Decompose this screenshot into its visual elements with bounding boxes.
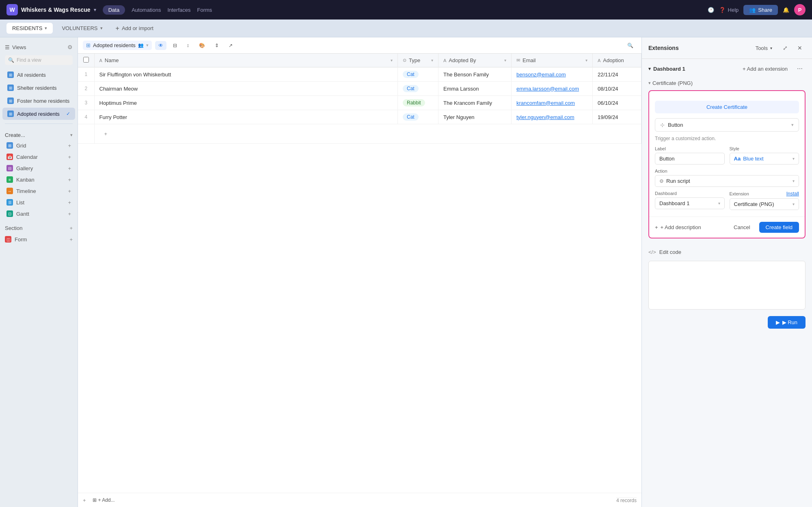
- row-height-btn[interactable]: ⇕: [212, 41, 222, 50]
- add-extension-btn[interactable]: + Add an extension: [739, 64, 791, 74]
- cell-adopted-1[interactable]: The Benson Family: [438, 67, 512, 82]
- sidebar-item-shelter-residents[interactable]: ⊞ Shelter residents: [2, 82, 75, 94]
- install-link[interactable]: Install: [786, 191, 799, 197]
- cell-type-3[interactable]: Rabbit: [398, 96, 438, 110]
- create-list[interactable]: ☰ List +: [5, 197, 73, 208]
- col-name-chevron[interactable]: ▾: [391, 58, 393, 63]
- button-trigger-row[interactable]: ⊹ Button ▾: [655, 118, 799, 132]
- close-panel-btn[interactable]: ✕: [794, 42, 806, 54]
- cell-email-1[interactable]: bensonz@email.com: [512, 67, 593, 82]
- select-all-checkbox[interactable]: [83, 57, 89, 63]
- sidebar-item-all-residents[interactable]: ⊞ All residents: [2, 69, 75, 81]
- user-avatar[interactable]: P: [794, 4, 806, 15]
- cell-adoption-1[interactable]: 22/11/24: [593, 67, 641, 82]
- create-certificate-btn[interactable]: Create Certificate: [655, 101, 799, 113]
- add-or-import-btn[interactable]: + Add or import: [112, 22, 158, 35]
- cell-email-3[interactable]: krancomfam@email.com: [512, 96, 593, 110]
- color-btn[interactable]: 🎨: [196, 41, 208, 50]
- cell-name-1[interactable]: Sir Fluffington von Whiskerbutt: [94, 67, 398, 82]
- plus-timeline-icon[interactable]: +: [68, 188, 71, 194]
- cell-type-4[interactable]: Cat: [398, 110, 438, 124]
- help-btn[interactable]: ❓ Help: [719, 7, 739, 13]
- dashboard-title[interactable]: ▾ Dashboard 1: [648, 66, 685, 72]
- dashboard-more-btn[interactable]: ⋯: [794, 63, 806, 74]
- cell-adopted-2[interactable]: Emma Larsson: [438, 82, 512, 96]
- plus-kanban-icon[interactable]: +: [68, 177, 71, 183]
- filter-btn[interactable]: ⊟: [170, 41, 180, 50]
- cell-adoption-4[interactable]: 19/09/24: [593, 110, 641, 124]
- settings-icon[interactable]: ⚙: [67, 44, 73, 50]
- share-view-btn[interactable]: ↗: [225, 41, 236, 50]
- col-adopted-chevron[interactable]: ▾: [504, 58, 506, 63]
- add-row[interactable]: +: [78, 124, 641, 144]
- add-more-btn[interactable]: ⊞ + Add...: [89, 496, 118, 505]
- sidebar-item-adopted-residents[interactable]: ⊞ Adopted residents ✓: [2, 108, 75, 120]
- col-email-chevron[interactable]: ▾: [585, 58, 587, 63]
- cell-email-2[interactable]: emma.larsson@email.com: [512, 82, 593, 96]
- label-field-input[interactable]: [655, 153, 725, 165]
- cell-type-1[interactable]: Cat: [398, 67, 438, 82]
- extension-select[interactable]: Certificate (PNG) ▾: [730, 198, 799, 210]
- search-btn[interactable]: 🔍: [624, 41, 637, 50]
- create-gantt[interactable]: ⊡ Gantt +: [5, 208, 73, 219]
- create-form[interactable]: ◫ Form +: [0, 234, 78, 245]
- cell-email-4[interactable]: tyler.nguyen@email.com: [512, 110, 593, 124]
- create-section-item[interactable]: Section +: [0, 223, 78, 234]
- nav-interfaces[interactable]: Interfaces: [167, 7, 190, 13]
- nav-automations[interactable]: Automations: [132, 7, 161, 13]
- sort-btn[interactable]: ↕: [184, 41, 192, 50]
- tools-btn[interactable]: Tools ▾: [752, 43, 776, 53]
- cell-name-4[interactable]: Furry Potter: [94, 110, 398, 124]
- plus-calendar-icon[interactable]: +: [68, 154, 71, 160]
- share-btn[interactable]: 👥 Share: [743, 5, 778, 15]
- add-description-btn[interactable]: + + Add description: [655, 224, 701, 230]
- hide-fields-btn[interactable]: 👁: [155, 41, 166, 50]
- volunteers-dropdown-icon[interactable]: ▾: [100, 26, 103, 31]
- action-select[interactable]: ⚙ Run script ▾: [655, 175, 799, 187]
- add-row-btn[interactable]: +: [99, 128, 637, 140]
- create-field-btn[interactable]: Create field: [759, 222, 799, 233]
- residents-dropdown-icon[interactable]: ▾: [45, 26, 47, 31]
- dashboard-select[interactable]: Dashboard 1 ▾: [655, 197, 725, 209]
- run-btn[interactable]: ▶ ▶ Run: [768, 316, 806, 329]
- code-area[interactable]: [648, 261, 806, 310]
- add-row-footer-btn[interactable]: +: [83, 496, 86, 505]
- style-select[interactable]: Aa Blue text ▾: [730, 153, 799, 165]
- plus-gallery-icon[interactable]: +: [68, 165, 71, 171]
- create-grid[interactable]: ⊞ Grid +: [5, 140, 73, 151]
- history-btn[interactable]: 🕐: [708, 7, 714, 13]
- plus-section-icon[interactable]: +: [69, 225, 73, 231]
- view-chevron-icon[interactable]: ▾: [146, 43, 149, 48]
- col-type-chevron[interactable]: ▾: [431, 58, 433, 63]
- create-gallery[interactable]: ⊟ Gallery +: [5, 162, 73, 174]
- cell-adopted-3[interactable]: The Krancom Family: [438, 96, 512, 110]
- nav-forms[interactable]: Forms: [197, 7, 212, 13]
- cancel-btn[interactable]: Cancel: [728, 222, 756, 233]
- cell-adoption-3[interactable]: 06/10/24: [593, 96, 641, 110]
- nav-data[interactable]: Data: [103, 5, 125, 15]
- app-dropdown-icon[interactable]: ▾: [94, 7, 96, 13]
- extension-chevron-icon: ▾: [793, 202, 795, 206]
- col-name: A Name ▾: [94, 54, 398, 67]
- plus-gantt-icon[interactable]: +: [68, 211, 71, 217]
- edit-code-header[interactable]: </> Edit code: [648, 247, 806, 258]
- expand-panel-btn[interactable]: ⤢: [780, 42, 791, 54]
- cell-type-2[interactable]: Cat: [398, 82, 438, 96]
- cell-adopted-4[interactable]: Tyler Nguyen: [438, 110, 512, 124]
- create-calendar[interactable]: 📅 Calendar +: [5, 151, 73, 162]
- tab-volunteers[interactable]: VOLUNTEERS ▾: [56, 23, 108, 34]
- tab-residents[interactable]: RESIDENTS ▾: [6, 23, 53, 34]
- notifications-btn[interactable]: 🔔: [783, 7, 789, 13]
- cell-adoption-2[interactable]: 08/10/24: [593, 82, 641, 96]
- create-kanban[interactable]: ≡ Kanban +: [5, 174, 73, 185]
- plus-footer-icon: +: [83, 497, 86, 503]
- create-header[interactable]: Create... ▾: [5, 130, 73, 140]
- plus-list-icon[interactable]: +: [68, 199, 71, 206]
- plus-grid-icon[interactable]: +: [68, 143, 71, 149]
- cell-name-2[interactable]: Chairman Meow: [94, 82, 398, 96]
- plus-form-icon[interactable]: +: [69, 236, 73, 243]
- sidebar-item-foster-home[interactable]: ⊞ Foster home residents: [2, 95, 75, 107]
- cell-name-3[interactable]: Hoptimus Prime: [94, 96, 398, 110]
- create-timeline[interactable]: ↔ Timeline +: [5, 185, 73, 197]
- app-logo[interactable]: W Whiskers & Wags Rescue ▾: [6, 4, 96, 15]
